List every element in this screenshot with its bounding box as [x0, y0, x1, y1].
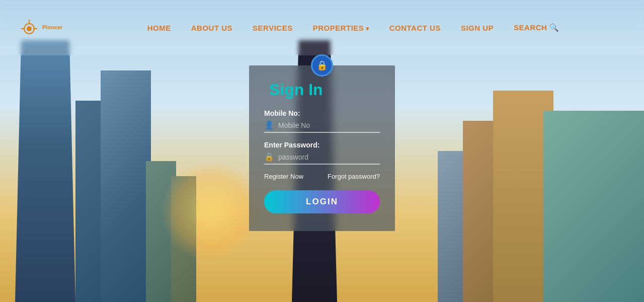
- password-group: Enter Password: 🔒: [264, 141, 380, 165]
- signin-form: 🔒 Sign In Mobile No: 👤 Enter Password: 🔒…: [249, 65, 395, 231]
- building-3: [101, 70, 151, 302]
- password-label: Enter Password:: [264, 141, 380, 149]
- logo[interactable]: Pioneer: [20, 19, 62, 37]
- nav-about[interactable]: ABOUT US: [191, 24, 232, 32]
- password-input[interactable]: [278, 153, 380, 161]
- user-icon: 👤: [264, 120, 274, 130]
- login-button[interactable]: LOGIN: [264, 190, 380, 213]
- mobile-input[interactable]: [278, 121, 380, 129]
- logo-icon: [20, 19, 38, 37]
- nav-home[interactable]: HOME: [147, 24, 171, 32]
- lock-icon: 🔒: [311, 54, 333, 77]
- mobile-input-wrapper: 👤: [264, 120, 380, 133]
- navbar: Pioneer HOME ABOUT US SERVICES PROPERTIE…: [0, 0, 644, 55]
- form-links: Register Now Forgot password?: [264, 173, 380, 180]
- search-label: SEARCH: [514, 23, 547, 32]
- search-icon: 🔍: [549, 23, 559, 32]
- signin-title: Sign In: [269, 81, 380, 99]
- forgot-password-link[interactable]: Forgot password?: [328, 173, 380, 180]
- logo-text: Pioneer: [42, 24, 62, 31]
- sun-glow: [161, 161, 262, 262]
- nav-links: HOME ABOUT US SERVICES PROPERTIES CONTAC…: [83, 23, 624, 32]
- svg-point-1: [27, 26, 32, 31]
- nav-properties[interactable]: PROPERTIES: [313, 24, 369, 32]
- building-1: [15, 40, 75, 302]
- nav-services[interactable]: SERVICES: [253, 24, 293, 32]
- mobile-label: Mobile No:: [264, 109, 380, 117]
- password-input-wrapper: 🔒: [264, 152, 380, 165]
- nav-signup[interactable]: SIGN UP: [461, 24, 494, 32]
- lock-input-icon: 🔒: [264, 152, 274, 162]
- register-link[interactable]: Register Now: [264, 173, 303, 180]
- mobile-group: Mobile No: 👤: [264, 109, 380, 133]
- nav-contact[interactable]: CONTACT US: [389, 24, 441, 32]
- nav-search[interactable]: SEARCH 🔍: [514, 23, 559, 32]
- building-5: [543, 111, 644, 302]
